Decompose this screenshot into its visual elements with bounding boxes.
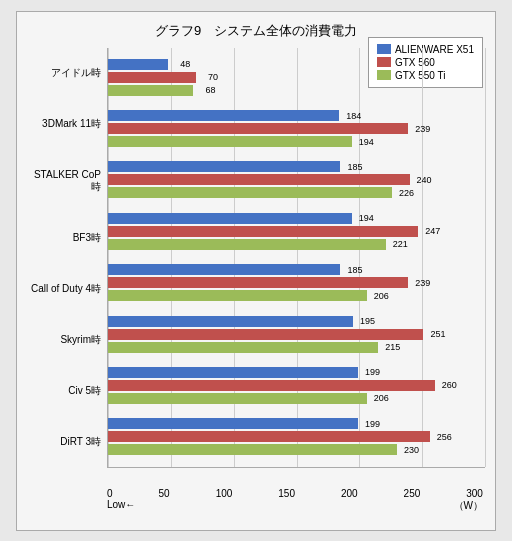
grid-line bbox=[485, 48, 486, 467]
bar-row: 184 bbox=[108, 110, 485, 122]
bar: 206 bbox=[108, 290, 367, 301]
bar-row: 206 bbox=[108, 392, 485, 404]
bar-row: 194 bbox=[108, 212, 485, 224]
bar-row: 239 bbox=[108, 123, 485, 135]
bar-group: 184239194 bbox=[108, 110, 485, 148]
bar-value-label: 195 bbox=[360, 316, 375, 326]
bar-group: 194247221 bbox=[108, 212, 485, 250]
y-label: 3DMark 11時 bbox=[27, 118, 107, 130]
bar: 68 bbox=[108, 85, 193, 96]
bar-row: 221 bbox=[108, 238, 485, 250]
bar-value-label: 194 bbox=[359, 213, 374, 223]
bar-group: 185239206 bbox=[108, 264, 485, 302]
bar-value-label: 215 bbox=[385, 342, 400, 352]
bar: 185 bbox=[108, 161, 340, 172]
bar-row: 194 bbox=[108, 136, 485, 148]
bar-row: 185 bbox=[108, 264, 485, 276]
bar-value-label: 247 bbox=[425, 226, 440, 236]
bar-value-label: 221 bbox=[393, 239, 408, 249]
bar: 199 bbox=[108, 418, 358, 429]
x-axis-ticks: 050100150200250300 bbox=[107, 488, 485, 499]
bar-value-label: 256 bbox=[437, 432, 452, 442]
bar-value-label: 239 bbox=[415, 278, 430, 288]
bar-row: 256 bbox=[108, 431, 485, 443]
chart-container: グラフ9 システム全体の消費電力 ALIENWARE X51GTX 560GTX… bbox=[16, 11, 496, 531]
bar: 199 bbox=[108, 367, 358, 378]
bar: 206 bbox=[108, 393, 367, 404]
bar-value-label: 206 bbox=[374, 393, 389, 403]
bar-row: 199 bbox=[108, 418, 485, 430]
bar: 215 bbox=[108, 342, 378, 353]
bar-value-label: 240 bbox=[417, 175, 432, 185]
bar-row: 185 bbox=[108, 161, 485, 173]
bar-row: 48 bbox=[108, 58, 485, 70]
chart-area: アイドル時3DMark 11時STALKER CoP時BF3時Call of D… bbox=[27, 48, 485, 488]
bar: 230 bbox=[108, 444, 397, 455]
bar-row: 70 bbox=[108, 71, 485, 83]
x-axis-sub: Low← （W） bbox=[107, 499, 485, 513]
bar-value-label: 260 bbox=[442, 380, 457, 390]
bar-value-label: 68 bbox=[205, 85, 215, 95]
x-tick-label: 200 bbox=[341, 488, 358, 499]
x-tick-label: 50 bbox=[159, 488, 170, 499]
bar-group: 185240226 bbox=[108, 161, 485, 199]
bar-value-label: 226 bbox=[399, 188, 414, 198]
y-label: BF3時 bbox=[27, 232, 107, 244]
bar-group: 199256230 bbox=[108, 418, 485, 456]
bar: 239 bbox=[108, 277, 408, 288]
bar-value-label: 199 bbox=[365, 367, 380, 377]
bar: 184 bbox=[108, 110, 339, 121]
x-tick-label: 150 bbox=[278, 488, 295, 499]
bar-value-label: 230 bbox=[404, 445, 419, 455]
bar: 48 bbox=[108, 59, 168, 70]
x-tick-label: 0 bbox=[107, 488, 113, 499]
bar-value-label: 185 bbox=[347, 265, 362, 275]
bar-row: 195 bbox=[108, 315, 485, 327]
bar-row: 206 bbox=[108, 290, 485, 302]
bar-group: 195251215 bbox=[108, 315, 485, 353]
bar: 226 bbox=[108, 187, 392, 198]
bar-value-label: 185 bbox=[347, 162, 362, 172]
bar-value-label: 206 bbox=[374, 291, 389, 301]
bars-grid: 4870681842391941852402261942472211852392… bbox=[107, 48, 485, 468]
bar: 70 bbox=[108, 72, 196, 83]
bar: 239 bbox=[108, 123, 408, 134]
x-tick-label: 100 bbox=[216, 488, 233, 499]
bar: 251 bbox=[108, 329, 423, 340]
bar: 240 bbox=[108, 174, 410, 185]
bar-group: 487068 bbox=[108, 58, 485, 96]
x-tick-label: 300 bbox=[466, 488, 483, 499]
bar: 256 bbox=[108, 431, 430, 442]
bar: 185 bbox=[108, 264, 340, 275]
bar-value-label: 239 bbox=[415, 124, 430, 134]
y-label: アイドル時 bbox=[27, 67, 107, 79]
bar-row: 251 bbox=[108, 328, 485, 340]
bar-row: 247 bbox=[108, 225, 485, 237]
y-label: Call of Duty 4時 bbox=[27, 283, 107, 295]
bar: 260 bbox=[108, 380, 435, 391]
y-label: Civ 5時 bbox=[27, 385, 107, 397]
bar-group: 199260206 bbox=[108, 366, 485, 404]
bar-row: 230 bbox=[108, 444, 485, 456]
bar: 194 bbox=[108, 136, 352, 147]
bar-value-label: 70 bbox=[208, 72, 218, 82]
bar-row: 199 bbox=[108, 366, 485, 378]
bar-row: 240 bbox=[108, 174, 485, 186]
bar-row: 239 bbox=[108, 277, 485, 289]
x-tick-label: 250 bbox=[404, 488, 421, 499]
bar: 194 bbox=[108, 213, 352, 224]
bar-row: 260 bbox=[108, 379, 485, 391]
y-label: DiRT 3時 bbox=[27, 436, 107, 448]
bar-value-label: 194 bbox=[359, 137, 374, 147]
low-label: Low← bbox=[107, 499, 135, 513]
bar-value-label: 199 bbox=[365, 419, 380, 429]
bar: 195 bbox=[108, 316, 353, 327]
bar-row: 226 bbox=[108, 187, 485, 199]
bar-value-label: 184 bbox=[346, 111, 361, 121]
bar-value-label: 251 bbox=[430, 329, 445, 339]
bar-value-label: 48 bbox=[180, 59, 190, 69]
bar-row: 68 bbox=[108, 84, 485, 96]
y-label: Skyrim時 bbox=[27, 334, 107, 346]
y-labels: アイドル時3DMark 11時STALKER CoP時BF3時Call of D… bbox=[27, 48, 107, 488]
unit-label: （W） bbox=[454, 499, 485, 513]
